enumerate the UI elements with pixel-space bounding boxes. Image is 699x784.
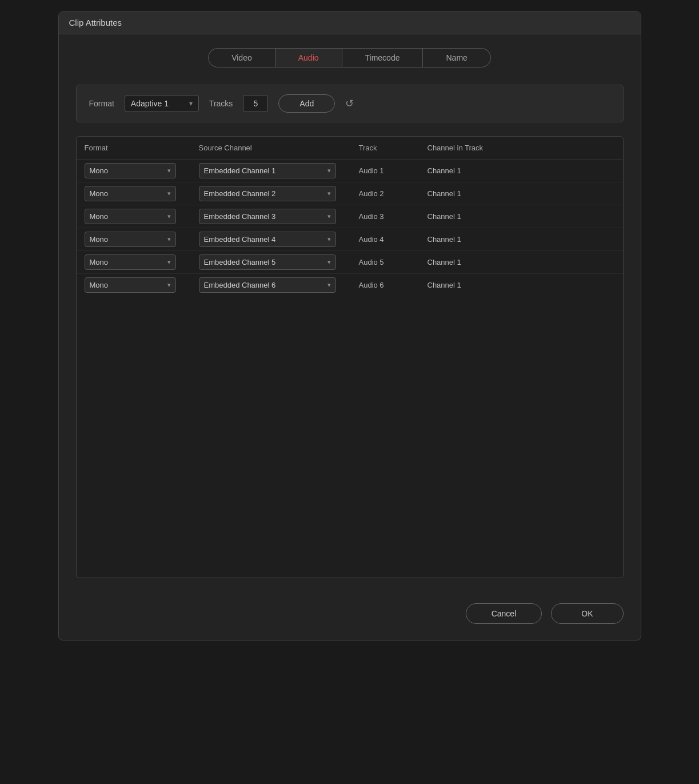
chevron-icon: ▾ <box>327 236 331 243</box>
format-row1-value: Mono <box>90 166 109 175</box>
tab-audio[interactable]: Audio <box>275 48 342 67</box>
chevron-icon: ▾ <box>327 258 331 266</box>
tab-timecode[interactable]: Timecode <box>342 48 424 67</box>
source-select-row1[interactable]: Embedded Channel 1 ▾ <box>199 163 336 178</box>
format-row6-value: Mono <box>90 281 109 289</box>
table-row: Mono ▾ Embedded Channel 2 ▾ Audio 2 Chan… <box>77 182 623 205</box>
source-row1-value: Embedded Channel 1 <box>204 166 276 175</box>
format-select-row3[interactable]: Mono ▾ <box>85 209 176 224</box>
channel-row5: Channel 1 <box>428 258 542 266</box>
source-row5-value: Embedded Channel 5 <box>204 258 276 266</box>
tab-video[interactable]: Video <box>208 48 275 67</box>
format-label: Format <box>89 99 114 108</box>
tab-name[interactable]: Name <box>423 48 490 67</box>
tab-bar: Video Audio Timecode Name <box>76 48 624 67</box>
table-row: Mono ▾ Embedded Channel 1 ▾ Audio 1 Chan… <box>77 160 623 182</box>
audio-table: Format Source Channel Track Channel in T… <box>76 136 624 578</box>
track-row6: Audio 6 <box>359 281 428 289</box>
bottom-bar: Cancel OK <box>59 592 641 640</box>
chevron-icon: ▾ <box>327 213 331 220</box>
chevron-icon: ▾ <box>167 213 171 220</box>
add-button[interactable]: Add <box>278 94 335 113</box>
channel-row6: Channel 1 <box>428 281 542 289</box>
format-select-dropdown[interactable]: Adaptive 1 ▾ <box>125 95 199 112</box>
title-bar: Clip Attributes <box>59 12 641 34</box>
format-row3-value: Mono <box>90 212 109 221</box>
table-row: Mono ▾ Embedded Channel 3 ▾ Audio 3 Chan… <box>77 205 623 228</box>
source-row4-value: Embedded Channel 4 <box>204 235 276 244</box>
source-select-row4[interactable]: Embedded Channel 4 ▾ <box>199 232 336 247</box>
chevron-icon: ▾ <box>327 190 331 197</box>
track-row1: Audio 1 <box>359 166 428 175</box>
header-track: Track <box>359 144 428 152</box>
format-select-value: Adaptive 1 <box>131 99 169 108</box>
format-row4-value: Mono <box>90 235 109 244</box>
source-select-row5[interactable]: Embedded Channel 5 ▾ <box>199 254 336 270</box>
format-select-row1[interactable]: Mono ▾ <box>85 163 176 178</box>
chevron-icon: ▾ <box>327 167 331 174</box>
table-header: Format Source Channel Track Channel in T… <box>77 137 623 160</box>
clip-attributes-dialog: Clip Attributes Video Audio Timecode Nam… <box>58 11 641 640</box>
source-row2-value: Embedded Channel 2 <box>204 189 276 198</box>
table-row: Mono ▾ Embedded Channel 6 ▾ Audio 6 Chan… <box>77 274 623 296</box>
header-format: Format <box>85 144 199 152</box>
channel-row2: Channel 1 <box>428 189 542 198</box>
cancel-button[interactable]: Cancel <box>466 603 542 624</box>
format-select-row5[interactable]: Mono ▾ <box>85 254 176 270</box>
dialog-body: Video Audio Timecode Name Format Adaptiv… <box>59 34 641 592</box>
format-row2-value: Mono <box>90 189 109 198</box>
ok-button[interactable]: OK <box>551 603 623 624</box>
chevron-icon: ▾ <box>167 236 171 243</box>
format-select-row2[interactable]: Mono ▾ <box>85 186 176 201</box>
format-bar: Format Adaptive 1 ▾ Tracks 5 Add ↺ <box>76 85 624 122</box>
track-row5: Audio 5 <box>359 258 428 266</box>
channel-row4: Channel 1 <box>428 235 542 244</box>
source-row6-value: Embedded Channel 6 <box>204 281 276 289</box>
reset-icon[interactable]: ↺ <box>345 97 354 110</box>
tracks-value[interactable]: 5 <box>243 95 268 112</box>
dialog-title: Clip Attributes <box>69 18 122 27</box>
source-select-row6[interactable]: Embedded Channel 6 ▾ <box>199 277 336 293</box>
format-select-row6[interactable]: Mono ▾ <box>85 277 176 293</box>
source-select-row2[interactable]: Embedded Channel 2 ▾ <box>199 186 336 201</box>
chevron-icon: ▾ <box>167 258 171 266</box>
format-select-row4[interactable]: Mono ▾ <box>85 232 176 247</box>
track-row4: Audio 4 <box>359 235 428 244</box>
channel-row1: Channel 1 <box>428 166 542 175</box>
source-select-row3[interactable]: Embedded Channel 3 ▾ <box>199 209 336 224</box>
chevron-icon: ▾ <box>167 281 171 289</box>
table-row: Mono ▾ Embedded Channel 5 ▾ Audio 5 Chan… <box>77 251 623 274</box>
table-row: Mono ▾ Embedded Channel 4 ▾ Audio 4 Chan… <box>77 228 623 251</box>
format-chevron-icon: ▾ <box>189 100 193 108</box>
chevron-icon: ▾ <box>327 281 331 289</box>
tracks-label: Tracks <box>209 99 233 108</box>
track-row3: Audio 3 <box>359 212 428 221</box>
channel-row3: Channel 1 <box>428 212 542 221</box>
format-row5-value: Mono <box>90 258 109 266</box>
track-row2: Audio 2 <box>359 189 428 198</box>
header-source-channel: Source Channel <box>199 144 359 152</box>
header-channel-in-track: Channel in Track <box>428 144 542 152</box>
source-row3-value: Embedded Channel 3 <box>204 212 276 221</box>
chevron-icon: ▾ <box>167 190 171 197</box>
chevron-icon: ▾ <box>167 167 171 174</box>
